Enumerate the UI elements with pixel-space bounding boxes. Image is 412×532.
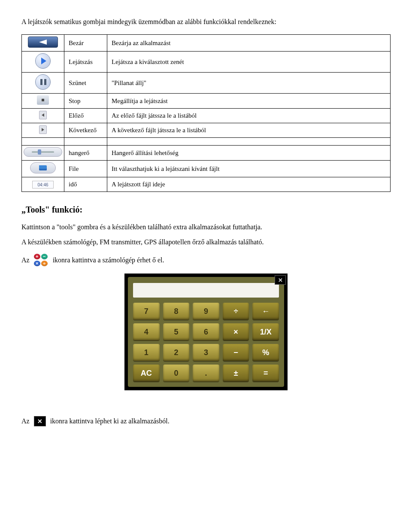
calc-key-2[interactable]: 2 <box>163 344 190 361</box>
row-desc: Az előző fájlt játssza le a listából <box>107 109 391 123</box>
volume-icon <box>22 146 64 161</box>
intro-text: A lejátszók sematikus gombjai mindegyik … <box>21 17 391 27</box>
calc-key-3[interactable]: 3 <box>193 344 219 361</box>
row-label: File <box>64 161 107 177</box>
row-desc: A lejátszott fájl ideje <box>107 177 391 192</box>
calc-key-dot[interactable]: . <box>193 365 219 382</box>
stop-icon <box>22 94 64 109</box>
table-row: Következő A következő fájlt játssza le a… <box>22 123 391 138</box>
close-back-icon <box>22 35 64 52</box>
player-controls-table: Bezár Bezárja az alkalmazást Lejátszás L… <box>21 34 391 192</box>
calc-key-1[interactable]: 1 <box>133 344 160 361</box>
row-label: Következő <box>64 123 107 138</box>
pause-icon <box>22 73 64 94</box>
row-desc: Hangerő állítási lehetőség <box>107 146 391 161</box>
text-after-icon: ikonra kattintva a számológép érhet ő el… <box>53 256 164 264</box>
row-label: Bezár <box>64 35 107 52</box>
table-row: Stop Megállítja a lejátszást <box>22 94 391 109</box>
tools-heading: „Tools" funkció: <box>21 205 391 215</box>
calc-key-4[interactable]: 4 <box>133 323 160 340</box>
tools-paragraph-2: A készülékben számológép, FM transmitter… <box>21 237 391 247</box>
calculator-open-line: Az + − × ÷ ikonra kattintva a számológép… <box>21 254 391 267</box>
row-desc: A következő fájlt játssza le a listából <box>107 123 391 138</box>
row-desc: Megállítja a lejátszást <box>107 94 391 109</box>
row-label: hangerő <box>64 146 107 161</box>
row-desc: Lejátsza a kiválasztott zenét <box>107 52 391 73</box>
text-az: Az <box>21 417 30 425</box>
calc-key-minus[interactable]: − <box>223 344 249 361</box>
calc-key-9[interactable]: 9 <box>193 303 219 320</box>
calc-key-plusminus[interactable]: ± <box>223 365 249 382</box>
table-row: File Itt választhatjuk ki a lejátszani k… <box>22 161 391 177</box>
table-row: 04:46 idő A lejátszott fájl ideje <box>22 177 391 192</box>
calc-key-7[interactable]: 7 <box>133 303 160 320</box>
calculator-launcher-icon[interactable]: + − × ÷ <box>34 254 48 267</box>
close-app-icon[interactable]: ✕ <box>34 416 46 426</box>
table-row: hangerő Hangerő állítási lehetőség <box>22 146 391 161</box>
table-row: Lejátszás Lejátsza a kiválasztott zenét <box>22 52 391 73</box>
row-desc: Bezárja az alkalmazást <box>107 35 391 52</box>
calc-key-6[interactable]: 6 <box>193 323 219 340</box>
row-label: Lejátszás <box>64 52 107 73</box>
calc-key-ac[interactable]: AC <box>133 365 160 382</box>
calc-key-multiply[interactable]: × <box>223 323 249 340</box>
calc-key-backspace[interactable]: ← <box>252 303 279 320</box>
calculator-window: ✕ 7 8 9 ÷ ← 4 5 6 × 1/X 1 2 3 − % AC 0 .… <box>124 274 288 390</box>
calc-key-8[interactable]: 8 <box>163 303 190 320</box>
calculator-keypad: 7 8 9 ÷ ← 4 5 6 × 1/X 1 2 3 − % AC 0 . ±… <box>133 303 279 382</box>
row-label: Stop <box>64 94 107 109</box>
calc-key-0[interactable]: 0 <box>163 365 190 382</box>
table-row: Szünet "Pillanat állj" <box>22 73 391 94</box>
calc-key-divide[interactable]: ÷ <box>223 303 249 320</box>
row-desc: Itt választhatjuk ki a lejátszani kívánt… <box>107 161 391 177</box>
text-az: Az <box>21 256 30 264</box>
table-row: Előző Az előző fájlt játssza le a listáb… <box>22 109 391 123</box>
calc-key-5[interactable]: 5 <box>163 323 190 340</box>
play-icon <box>22 52 64 73</box>
calculator-display <box>133 283 279 298</box>
next-icon <box>22 123 64 138</box>
table-row: Bezár Bezárja az alkalmazást <box>22 35 391 52</box>
row-label: Szünet <box>64 73 107 94</box>
tools-paragraph-1: Kattintson a "tools" gombra és a készülé… <box>21 222 391 232</box>
app-close-line: Az ✕ ikonra kattintva léphet ki az alkal… <box>21 416 391 426</box>
row-desc: "Pillanat állj" <box>107 73 391 94</box>
calc-key-reciprocal[interactable]: 1/X <box>252 323 279 340</box>
calc-key-equals[interactable]: = <box>252 365 279 382</box>
time-icon: 04:46 <box>22 177 64 192</box>
prev-icon <box>22 109 64 123</box>
row-label: idő <box>64 177 107 192</box>
calc-key-percent[interactable]: % <box>252 344 279 361</box>
file-icon <box>22 161 64 177</box>
calculator-close-button[interactable]: ✕ <box>275 275 286 285</box>
text-after-icon: ikonra kattintva léphet ki az alkalmazás… <box>50 417 170 425</box>
row-label: Előző <box>64 109 107 123</box>
